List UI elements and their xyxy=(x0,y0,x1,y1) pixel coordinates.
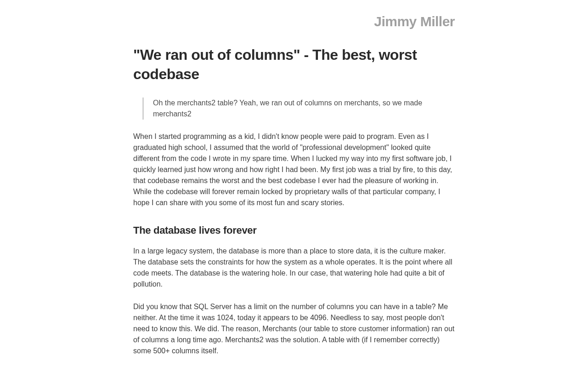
section-paragraph: Did you know that SQL Server has a limit… xyxy=(133,301,455,356)
article-title: "We ran out of columns" - The best, wors… xyxy=(133,46,455,84)
site-name[interactable]: Jimmy Miller xyxy=(133,14,455,29)
section-heading: The database lives forever xyxy=(133,224,455,236)
quote-text: Oh the merchants2 table? Yeah, we ran ou… xyxy=(153,99,422,118)
section-paragraph: In a large legacy system, the database i… xyxy=(133,246,455,290)
intro-quote: Oh the merchants2 table? Yeah, we ran ou… xyxy=(142,98,455,120)
intro-paragraph: When I started programming as a kid, I d… xyxy=(133,131,455,208)
